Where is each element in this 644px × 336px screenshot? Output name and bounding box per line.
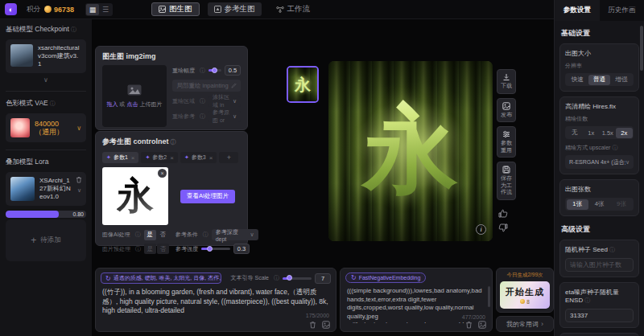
prompt-tags-chip[interactable]: ↻ 通透的质感, 硬朗, 唯美, 太阳光, 肖像, 杰作, 最佳质量 xyxy=(101,272,221,284)
reuse-params-button[interactable]: 参数重用 xyxy=(497,126,516,158)
tab-img2img[interactable]: 图生图 xyxy=(151,2,200,16)
favorite-prompts-button[interactable]: 我的常用词 › xyxy=(496,316,554,332)
condition-label: 参考条件 xyxy=(175,231,198,239)
generated-image[interactable]: 永 i xyxy=(328,61,493,241)
option-1[interactable]: 1张 xyxy=(567,199,588,210)
trash-icon[interactable] xyxy=(309,321,316,329)
tab-parameters[interactable]: 参数设置 xyxy=(555,0,600,21)
option-enhanced[interactable]: 增强 xyxy=(610,75,632,85)
refresh-icon[interactable]: ↻ xyxy=(351,274,357,281)
option-normal[interactable]: 普通 xyxy=(588,75,610,85)
remove-image-icon[interactable]: × xyxy=(158,169,167,178)
option-1x[interactable]: 1x xyxy=(583,128,600,138)
upload-dropzone[interactable]: 拖入 或 点击 上传图片 xyxy=(102,65,167,127)
denoise-value[interactable]: 0.5 xyxy=(225,65,241,76)
info-icon: ⓘ xyxy=(50,100,56,106)
publish-button[interactable]: 发布 xyxy=(497,98,516,123)
trash-icon[interactable] xyxy=(465,321,473,329)
thumbnail-glyph: 永 xyxy=(288,68,317,101)
param-icon: ✦ xyxy=(106,154,111,161)
controlnet-tab-2[interactable]: ✦参数2× xyxy=(141,152,177,163)
tab-ref-gen-label: 参考生图 xyxy=(225,4,255,14)
lora-weight-slider[interactable]: 0.80 xyxy=(6,211,86,218)
info-icon[interactable]: i xyxy=(476,224,486,235)
chevron-down-icon[interactable]: ∨ xyxy=(76,125,81,132)
view-processed-button[interactable]: 查看AI处理图片 xyxy=(180,190,235,203)
option-2x[interactable]: 2x xyxy=(616,128,633,138)
app-logo[interactable]: ◐ xyxy=(5,3,17,15)
publish-label: 发布 xyxy=(501,112,513,119)
option-9[interactable]: 9张 xyxy=(610,199,632,210)
cfg-scale-slider[interactable] xyxy=(283,277,312,280)
negative-embedding-chip[interactable]: ↻ FastNegativeEmbedding xyxy=(345,272,426,283)
preprocess-label: 图片预处理 xyxy=(102,245,130,253)
seed-input[interactable] xyxy=(565,258,634,272)
no-button[interactable]: 否 xyxy=(157,230,169,240)
info-icon: ⓘ xyxy=(200,113,205,121)
image-icon[interactable] xyxy=(478,321,486,329)
param-icon: ✦ xyxy=(184,154,189,161)
close-icon[interactable]: × xyxy=(131,154,135,162)
image-action-toolbar: 下载 发布 参数重用 保存为工作流 xyxy=(497,69,516,200)
list-view-icon[interactable]: ☰ xyxy=(99,4,112,15)
strength-value[interactable]: 0.3 xyxy=(233,244,250,254)
chevron-down-icon[interactable]: ∨ xyxy=(77,187,81,194)
result-thumbnail[interactable]: 永 xyxy=(287,66,319,103)
checkpoint-card[interactable]: xsarchitecturalv3com建筑v3.1 xyxy=(6,39,86,73)
generate-button[interactable]: 开始生成 8 xyxy=(500,281,550,309)
strength-slider[interactable] xyxy=(201,248,230,250)
region-dropdown[interactable]: 涂抹区域 in ∨ xyxy=(208,96,241,107)
controlnet-tab-3[interactable]: ✦参数3× xyxy=(180,152,217,163)
batch-count-card: 出图张数 1张 4张 9张 xyxy=(559,179,639,216)
cfg-scale-handle[interactable] xyxy=(287,275,292,281)
tab-history[interactable]: 历史作画 xyxy=(600,0,644,21)
add-lora-button[interactable]: + 待添加 xyxy=(6,219,86,261)
option-1-5x[interactable]: 1.5x xyxy=(600,128,617,138)
controlnet-tab-1[interactable]: ✦参数1× xyxy=(102,152,138,163)
chevron-down-icon[interactable]: ∨ xyxy=(6,76,86,84)
grid-view-icon[interactable]: ▦ xyxy=(86,4,99,15)
generate-column: 今日生成2/99次 开始生成 8 我的常用词 › xyxy=(496,268,554,332)
refmode-dropdown[interactable]: 参考原图 or ∨ xyxy=(208,111,241,122)
thumbs-down-icon[interactable] xyxy=(498,223,508,232)
yes-button[interactable]: 是 xyxy=(144,230,156,240)
vae-card[interactable]: 840000（通用） ∨ xyxy=(6,113,86,142)
no-button[interactable]: 否 xyxy=(157,244,169,254)
option-fast[interactable]: 快速 xyxy=(567,75,588,85)
scrollbar-thumb[interactable] xyxy=(640,26,643,71)
inpaint-button[interactable]: 局部重绘 inpainting xyxy=(172,80,241,92)
lora-weight-fill xyxy=(6,211,59,218)
tab-ref-gen[interactable]: 参考生图 xyxy=(208,2,262,16)
condition-dropdown[interactable]: 参考深度 dept ∨ xyxy=(212,229,258,240)
positive-prompt-input[interactable]: ((竹子)), in a blooming garden, (fresh and… xyxy=(96,285,336,321)
tab-workflow[interactable]: 工作流 xyxy=(270,2,317,16)
denoise-slider[interactable] xyxy=(208,69,221,72)
ensd-input[interactable] xyxy=(565,309,634,322)
lora-card[interactable]: XSArchi_127新科幻Neov1.0 ∨ xyxy=(6,172,86,206)
resolution-segment: 快速 普通 增强 xyxy=(565,73,634,86)
plus-icon: + xyxy=(31,235,36,246)
vae-thumbnail xyxy=(10,118,30,137)
points-value[interactable]: 96738 xyxy=(54,6,74,14)
option-none[interactable]: 无 xyxy=(567,128,584,138)
denoise-handle[interactable] xyxy=(212,68,217,73)
add-controlnet-tab-button[interactable]: + xyxy=(219,152,238,163)
strength-handle[interactable] xyxy=(207,246,213,252)
controlnet-reference-image[interactable]: 永 × xyxy=(102,167,168,225)
yes-button[interactable]: 是 xyxy=(144,244,156,254)
close-icon[interactable]: × xyxy=(170,154,174,162)
thumbs-up-icon[interactable] xyxy=(498,209,508,218)
cfg-scale-value[interactable]: 7 xyxy=(315,273,331,284)
scrollbar-thumb[interactable] xyxy=(488,286,490,307)
refmode-value: 参考原图 or xyxy=(213,109,233,125)
option-4[interactable]: 4张 xyxy=(588,199,610,210)
download-button[interactable]: 下载 xyxy=(497,69,516,94)
upscaler-dropdown[interactable]: R-ESRGAN 4x+ (适合多种风 ∨ xyxy=(565,155,634,169)
trash-icon[interactable] xyxy=(76,176,82,185)
save-workflow-button[interactable]: 保存为工作流 xyxy=(497,162,516,200)
close-icon[interactable]: × xyxy=(209,154,213,162)
image-icon[interactable] xyxy=(322,321,330,329)
refresh-icon[interactable]: ↻ xyxy=(105,275,111,282)
resolution-label: 分辨率 xyxy=(565,62,634,70)
denoise-label: 重绘幅度 xyxy=(172,67,195,75)
